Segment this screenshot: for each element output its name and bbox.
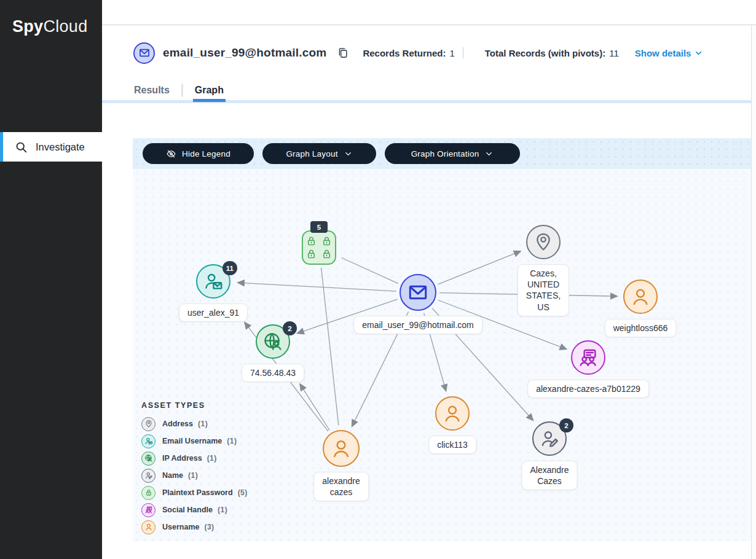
graph-layout-label: Graph Layout — [286, 149, 337, 158]
records-returned-label: Records Returned: — [363, 48, 446, 58]
total-records-value: 11 — [609, 48, 619, 58]
graph-node-label-weightloss666[interactable]: weightloss666 — [605, 319, 677, 337]
copy-icon[interactable] — [337, 47, 349, 59]
legend-item-count: (1) — [218, 506, 227, 514]
email_username-icon — [141, 434, 156, 448]
page-title: email_user_99@hotmail.com — [163, 46, 326, 60]
legend-title: ASSET TYPES — [141, 401, 248, 410]
legend-item-count: (5) — [238, 488, 248, 497]
records-returned-value: 1 — [449, 48, 454, 58]
tab-results[interactable]: Results — [134, 85, 170, 96]
username-icon — [630, 286, 651, 307]
ip-icon — [141, 452, 156, 466]
name-icon — [141, 469, 156, 483]
search-icon — [15, 141, 28, 154]
graph-orientation-button[interactable]: Graph Orientation — [385, 143, 520, 164]
total-records-stat: Total Records (with pivots): 11 — [485, 48, 619, 58]
graph-node-click113[interactable] — [435, 396, 470, 431]
legend-item-count: (1) — [207, 454, 217, 463]
chevron-down-icon — [484, 149, 494, 158]
show-details-label: Show details — [635, 48, 691, 58]
legend-item-label: Plaintext Password — [162, 488, 233, 497]
sidebar-item-investigate[interactable]: Investigate — [0, 132, 102, 162]
legend-item-ip: IP Address(1) — [141, 450, 248, 467]
tab-divider — [181, 84, 183, 97]
email_username-icon — [203, 271, 224, 292]
legend-item-label: IP Address — [162, 454, 202, 463]
graph-node-password-cluster[interactable]: 5 — [302, 230, 336, 265]
legend-item-email_username: Email Username(1) — [141, 432, 248, 450]
legend-item-address: Address(1) — [141, 415, 248, 432]
social-icon — [141, 503, 156, 517]
top-bar — [102, 0, 756, 25]
logo-bold: Spy — [12, 17, 43, 36]
chevron-down-icon — [344, 149, 353, 158]
graph-node-user_alex_91[interactable]: 11 — [196, 264, 230, 299]
email-type-icon — [133, 42, 155, 64]
graph-orientation-label: Graph Orientation — [411, 149, 479, 158]
node-badge: 2 — [283, 321, 297, 335]
legend-item-username: Username(3) — [141, 518, 248, 536]
legend-item-label: Social Handle — [162, 506, 213, 514]
search-result-header: email_user_99@hotmail.com Records Return… — [102, 25, 756, 80]
graph-node-label-address[interactable]: Cazes, UNITED STATES, US — [518, 264, 569, 316]
address-icon — [141, 417, 156, 431]
graph-layout-button[interactable]: Graph Layout — [262, 143, 376, 164]
records-returned-stat: Records Returned: 1 — [363, 48, 454, 58]
graph-node-label-user_alex_91[interactable]: user_alex_91 — [179, 303, 248, 322]
legend: ASSET TYPES Address(1)Email Username(1)I… — [141, 401, 248, 536]
main-area: email_user_99@hotmail.com Records Return… — [102, 0, 756, 559]
graph-node-label-ip[interactable]: 74.56.48.43 — [242, 364, 304, 382]
tab-bar: Results Graph — [102, 80, 751, 103]
ip-icon — [262, 331, 283, 352]
graph-node-label-click113[interactable]: click113 — [428, 436, 476, 454]
graph-node-name[interactable]: 2 — [532, 421, 567, 456]
name-icon — [539, 428, 560, 449]
legend-item-count: (1) — [188, 471, 198, 480]
graph-canvas[interactable]: ASSET TYPES Address(1)Email Username(1)I… — [133, 169, 754, 541]
legend-item-label: Name — [162, 471, 183, 480]
legend-item-label: Address — [162, 420, 193, 428]
node-badge: 11 — [222, 261, 237, 275]
graph-panel: Hide Legend Graph Layout Graph Orientati… — [133, 138, 754, 541]
graph-node-label-name[interactable]: Alexandre Cazes — [521, 461, 577, 490]
legend-item-label: Username — [162, 523, 199, 531]
graph-node-social[interactable] — [571, 340, 605, 375]
graph-node-label-social[interactable]: alexandre-cazes-a7b01229 — [527, 380, 649, 398]
chevron-down-icon — [694, 49, 703, 58]
graph-toolbar: Hide Legend Graph Layout Graph Orientati… — [133, 138, 754, 169]
app-root: SpyCloud Investigate email_user_99@hotma… — [0, 0, 756, 559]
password-locks-icon — [305, 235, 333, 260]
node-badge: 2 — [559, 418, 573, 432]
graph-node-label-email[interactable]: email_user_99@hotmail.com — [353, 316, 482, 334]
node-badge: 5 — [310, 221, 328, 233]
username-icon — [330, 437, 352, 459]
tab-graph[interactable]: Graph — [195, 85, 224, 96]
legend-item-social: Social Handle(1) — [141, 501, 248, 518]
hide-legend-button[interactable]: Hide Legend — [143, 143, 254, 164]
graph-node-ip[interactable]: 2 — [256, 324, 290, 359]
graph-node-weightloss666[interactable] — [623, 280, 658, 314]
graph-node-label-alexandre[interactable]: alexandre cazes — [313, 472, 369, 501]
sidebar: SpyCloud Investigate — [0, 0, 102, 559]
username-icon — [442, 403, 463, 424]
legend-item-count: (1) — [198, 420, 208, 428]
graph-node-alexandre[interactable] — [323, 430, 360, 467]
address-icon — [533, 232, 554, 252]
username-icon — [141, 520, 156, 534]
stat-divider — [463, 47, 463, 58]
legend-item-count: (1) — [227, 437, 237, 445]
social-icon — [578, 347, 599, 368]
total-records-label: Total Records (with pivots): — [485, 48, 605, 58]
vertical-scrollbar[interactable] — [751, 25, 756, 559]
password-icon — [141, 486, 156, 500]
spycloud-logo: SpyCloud — [12, 17, 87, 36]
graph-node-address[interactable] — [526, 225, 561, 259]
legend-item-count: (3) — [204, 523, 214, 531]
logo-light: Cloud — [43, 17, 87, 36]
hide-legend-label: Hide Legend — [182, 149, 230, 158]
legend-item-password: Plaintext Password(5) — [141, 484, 248, 501]
show-details-link[interactable]: Show details — [635, 48, 704, 58]
graph-node-email[interactable] — [400, 274, 436, 311]
legend-items: Address(1)Email Username(1)IP Address(1)… — [141, 415, 248, 536]
